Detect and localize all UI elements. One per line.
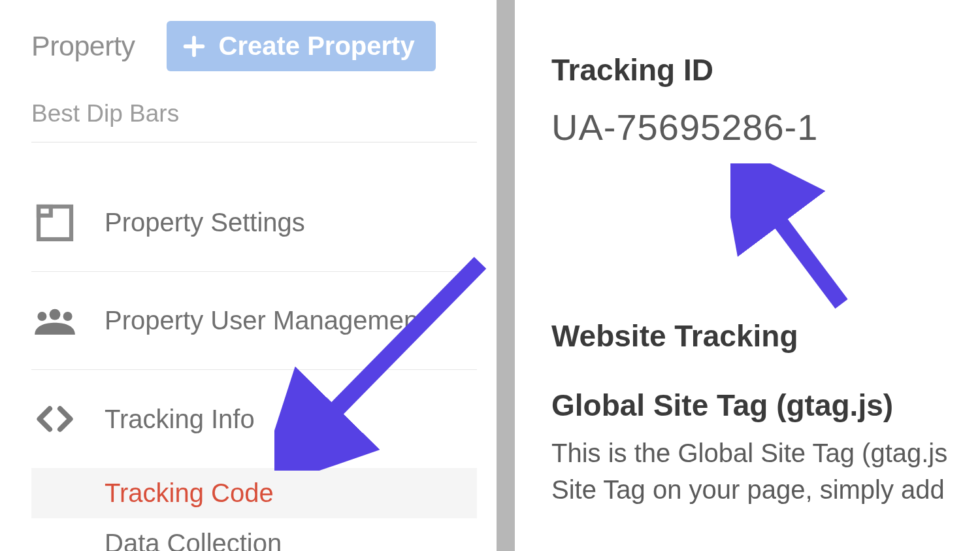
svg-rect-2	[39, 207, 71, 239]
users-icon	[31, 297, 78, 344]
subitem-tracking-code[interactable]: Tracking Code	[31, 468, 477, 518]
menu-item-tracking-info[interactable]: Tracking Info	[31, 370, 477, 468]
svg-point-5	[37, 312, 46, 321]
property-menu: Property Settings Property User Manageme…	[31, 174, 477, 551]
menu-label: Property Settings	[105, 208, 305, 237]
tracking-details-panel: Tracking ID UA-75695286-1 Website Tracki…	[515, 0, 980, 551]
property-settings-icon	[31, 199, 78, 246]
property-header-row: Property Create Property	[31, 21, 477, 71]
annotation-arrow-icon	[730, 163, 861, 314]
global-site-tag-description: This is the Global Site Tag (gtag.js Sit…	[551, 435, 980, 508]
tracking-id-value: UA-75695286-1	[551, 106, 980, 148]
column-divider	[497, 0, 515, 551]
svg-point-6	[63, 312, 73, 321]
create-property-button-label: Create Property	[219, 31, 415, 61]
property-admin-panel: Property Create Property Best Dip Bars P…	[0, 0, 497, 551]
plus-icon	[181, 33, 207, 59]
svg-rect-3	[39, 207, 51, 216]
menu-label: Property User Management	[105, 306, 425, 335]
create-property-button[interactable]: Create Property	[167, 21, 436, 71]
menu-item-property-user-management[interactable]: Property User Management	[31, 272, 477, 370]
svg-point-4	[50, 309, 61, 320]
property-section-label: Property	[31, 30, 135, 62]
current-property-name: Best Dip Bars	[31, 100, 477, 142]
subitem-data-collection[interactable]: Data Collection	[31, 518, 477, 551]
code-icon	[31, 395, 78, 442]
global-site-tag-heading: Global Site Tag (gtag.js)	[551, 388, 980, 423]
tracking-id-heading: Tracking ID	[551, 52, 980, 88]
website-tracking-heading: Website Tracking	[551, 318, 980, 354]
menu-label: Tracking Info	[105, 405, 255, 434]
svg-line-10	[753, 186, 841, 304]
tracking-info-sublist: Tracking Code Data Collection	[31, 468, 477, 551]
menu-item-property-settings[interactable]: Property Settings	[31, 174, 477, 272]
